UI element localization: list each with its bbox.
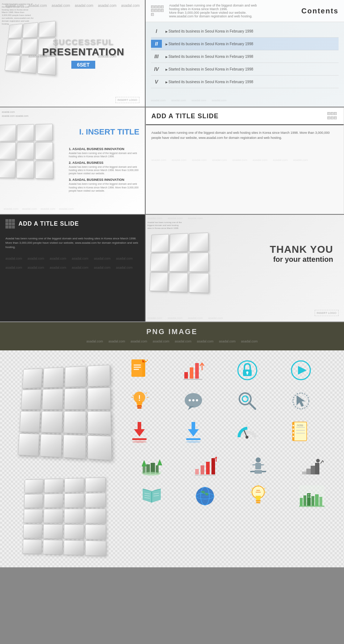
svg-point-48 [186,441,201,443]
roman-numeral-2: II [151,40,162,48]
slide3-title: I. INSERT TITLE [79,127,139,137]
svg-point-6 [145,361,147,362]
contents-item-text-1: Started its business in Seoul Korea in F… [165,29,253,33]
cursor-click-icon [288,388,314,414]
slide6-insert-logo: INSERT LOGO [315,310,339,316]
png-left-column [7,358,119,560]
svg-line-26 [146,392,147,394]
bullet-1-text: Asadal has been running one of the bigge… [69,152,141,158]
main-container: asadal.com asadal.com asadal.com asadal.… [0,0,344,567]
bullet-3-title: 3. ASADAL BUSINESS INNOVATION [69,178,141,182]
download-red-icon [127,419,152,444]
svg-rect-1 [131,359,142,377]
icons-row-1: note [127,358,337,444]
svg-rect-5 [134,369,139,370]
svg-rect-109 [303,495,306,506]
svg-rect-116 [308,496,309,498]
slide-3: asadal.comasadal.com asadal.com I. INSER… [0,107,145,214]
slide3-watermarks-bottom: asadal.com asadal.com asadal.com asadal.… [0,205,145,212]
png-section: PNG IMAGE asadal.com asadal.com asadal.c… [0,322,344,350]
lock-icon [235,358,260,383]
slide4-body: Asadal has been running one of the bigge… [146,125,344,146]
svg-rect-77 [255,463,261,469]
slides-row-2: asadal.comasadal.com asadal.com I. INSER… [0,107,344,214]
png-content-area: note [0,350,344,567]
svg-rect-83 [306,469,311,474]
svg-rect-100 [256,500,261,502]
document-icon [127,358,152,383]
svg-rect-3 [134,364,141,366]
svg-rect-73 [211,458,215,474]
svg-point-23 [139,400,140,401]
slide4-title: ADD A TITLE SLIDE [151,112,219,120]
slide5-body: Asadal has been running one of the bigge… [0,233,145,253]
svg-marker-42 [134,429,145,436]
slide3-watermark-top: asadal.comasadal.com asadal.com [2,110,29,118]
svg-rect-85 [315,463,319,474]
chat-bubble-icon [181,388,206,414]
slide2-header: Asadal has been running one of the bigge… [146,0,344,22]
contents-item-1: I Started its business in Seoul Korea in… [151,25,339,38]
contents-item-4: IV Started its business in Seoul Korea i… [151,63,339,76]
slide4-watermarks: asadal.com asadal.com asadal.com asadal.… [146,153,344,167]
svg-rect-78 [252,464,256,465]
roman-numeral-3: III [151,52,162,60]
roman-numeral-5: V [151,78,162,86]
svg-text:note: note [297,423,303,427]
city-landscape-icon [127,455,177,477]
slide6-watermarks-bottom: asadal.com asadal.com asadal.com asadal.… [147,316,223,320]
svg-rect-112 [315,494,319,506]
contents-item-3: III Started its business in Seoul Korea … [151,50,339,63]
svg-point-86 [316,459,320,462]
svg-point-30 [189,399,191,401]
svg-point-54 [292,425,294,426]
icons-row-2 [127,455,337,477]
svg-rect-82 [302,472,306,474]
png-cube-large [18,361,109,460]
slide-5: ADD A TITLE SLIDE Asadal has been runnin… [0,215,145,321]
chart-bar-icon [181,358,206,383]
play-button-icon [288,358,314,383]
slide6-small-text: Asadal has been running one of the bigge… [147,221,184,230]
open-book-icon [127,484,177,508]
slide5-title: ADD A TITLE SLIDE [18,221,79,227]
svg-line-35 [249,403,255,409]
svg-rect-71 [201,465,204,474]
slide1-title-line2: PRESENTATION [42,47,124,58]
svg-rect-101 [256,502,260,503]
svg-rect-10 [195,363,199,379]
svg-marker-46 [188,429,199,436]
svg-point-32 [196,399,198,401]
download-blue-icon [181,419,206,444]
svg-rect-114 [308,494,309,495]
slide6-thankyou: THANK YOU for your attention [270,244,333,264]
svg-point-44 [132,441,147,443]
gauge-icon [235,419,260,444]
slide2-watermarks: asadal.com asadal.com asadal.com asadal.… [146,96,344,105]
svg-point-57 [292,435,294,437]
slide4-icon-grid [327,112,338,120]
svg-rect-4 [134,367,141,368]
roman-numeral-1: I [151,27,162,35]
slide-2: Asadal has been running one of the bigge… [146,0,344,107]
slides-row-3: ADD A TITLE SLIDE Asadal has been runnin… [0,215,344,321]
svg-point-36 [246,397,247,398]
svg-rect-21 [137,407,142,409]
svg-rect-79 [260,464,264,465]
slides-row-1: asadal.com asadal.com asadal.com asadal.… [0,0,344,107]
bullet-1-title: 1. ASADAL BUSINESS INNOVATION [69,147,141,151]
bullet-3-text: Asadal has been running one of the bigge… [69,182,141,192]
svg-rect-108 [300,498,303,506]
svg-marker-68 [157,459,162,465]
contents-icon [151,5,165,16]
lightbulb-icon [127,388,152,414]
slide1-insert-logo: INSERT LOGO [116,97,139,103]
svg-point-76 [256,457,261,462]
slide6-watermarks-top: asadal.com asadal.com asadal.com [147,217,203,220]
png-right-column: note [127,358,337,560]
svg-point-69 [142,472,160,475]
slide2-title: Contents [301,7,339,15]
contents-list: I Started its business in Seoul Korea in… [146,22,344,91]
education-person-icon [234,455,284,477]
contents-item-text-2: Started its business in Seoul Korea in F… [165,42,253,46]
